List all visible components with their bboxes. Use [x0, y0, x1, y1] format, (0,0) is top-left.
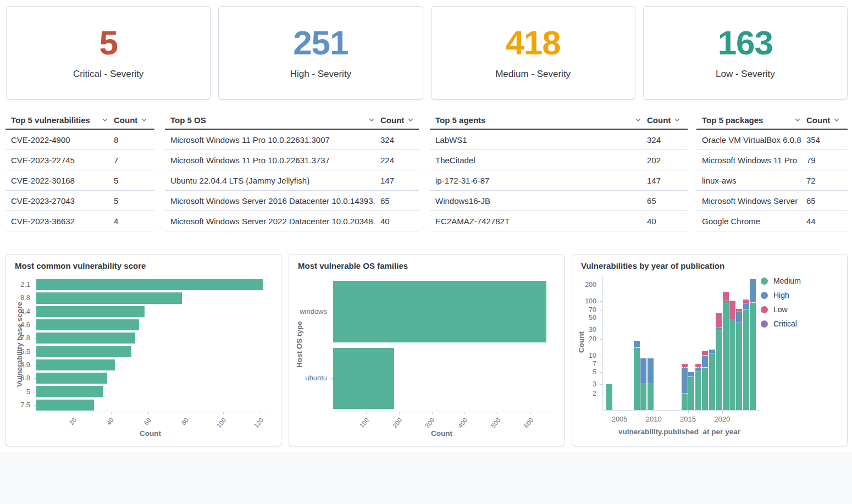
- legend-item-low[interactable]: Low: [761, 305, 788, 314]
- bar-segment-low-2022[interactable]: [736, 309, 742, 312]
- bar-2.1[interactable]: [36, 279, 263, 290]
- bar-windows[interactable]: [333, 281, 546, 342]
- bar-segment-high-2021[interactable]: [729, 319, 735, 320]
- bar-segment-high-2018[interactable]: [709, 350, 715, 353]
- column-header-count[interactable]: Count: [114, 115, 154, 125]
- legend-item-medium[interactable]: Medium: [761, 276, 801, 285]
- bar-4.9[interactable]: [36, 359, 115, 370]
- bar-segment-low-2019[interactable]: [716, 313, 722, 328]
- bar-segment-high-2019[interactable]: [716, 328, 722, 330]
- table-row[interactable]: Oracle VM VirtualBox 6.0.8354: [696, 130, 848, 150]
- column-header-top-5-os[interactable]: Top 5 OS: [165, 115, 380, 125]
- sort-chevron-down-icon[interactable]: [674, 117, 681, 123]
- legend-item-critical[interactable]: Critical: [761, 319, 797, 328]
- y-axis-tick: [34, 325, 36, 325]
- bar-segment-high-2023[interactable]: [743, 303, 749, 309]
- table-row[interactable]: EC2AMAZ-742782T40: [430, 211, 688, 231]
- bar-4.4[interactable]: [36, 306, 145, 317]
- bar-segment-high-2009[interactable]: [648, 358, 654, 384]
- bar-segment-medium-2019[interactable]: [716, 330, 722, 410]
- table-row[interactable]: ip-172-31-6-87147: [430, 170, 688, 191]
- sort-chevron-down-icon[interactable]: [102, 117, 108, 123]
- row-name-cell: linux-aws: [696, 176, 806, 185]
- bar-segment-high-2014[interactable]: [682, 368, 688, 394]
- bar-segment-low-2020[interactable]: [723, 292, 729, 301]
- bar-segment-low-2017[interactable]: [702, 351, 708, 356]
- column-header-top-5-packages[interactable]: Top 5 packages: [696, 115, 806, 125]
- bar-segment-high-2024[interactable]: [750, 279, 756, 303]
- sort-chevron-down-icon[interactable]: [141, 117, 147, 123]
- bar-segment-medium-2024[interactable]: [750, 303, 756, 410]
- table-row[interactable]: CVE-2023-366324: [5, 211, 154, 231]
- table-row[interactable]: Microsoft Windows Server 2016 Datacenter…: [165, 191, 419, 211]
- bar-4.6[interactable]: [36, 319, 139, 330]
- bar-segment-medium-2003[interactable]: [606, 384, 612, 410]
- bar-segment-low-2016[interactable]: [695, 364, 701, 368]
- bar-7.8[interactable]: [36, 333, 135, 344]
- sort-chevron-down-icon[interactable]: [833, 117, 840, 123]
- bar-segment-medium-2023[interactable]: [743, 309, 749, 410]
- table-row[interactable]: CVE-2023-227457: [5, 150, 154, 170]
- table-row[interactable]: CVE-2022-49008: [5, 130, 154, 150]
- table-row[interactable]: CVE-2023-270435: [5, 191, 154, 211]
- y-axis-tick: [34, 378, 36, 379]
- critical-severity-count: 5: [99, 26, 117, 60]
- y-axis-tick: [600, 394, 602, 394]
- bar-5[interactable]: [36, 386, 103, 397]
- table-row[interactable]: Google Chrome44: [696, 211, 848, 231]
- table-row[interactable]: Microsoft Windows 11 Pro 10.0.22631.3007…: [165, 130, 419, 150]
- table-row[interactable]: LabWS1324: [430, 130, 688, 150]
- bar-segment-medium-2014[interactable]: [682, 394, 688, 410]
- bar-segment-medium-2021[interactable]: [729, 320, 735, 411]
- bar-segment-low-2014[interactable]: [682, 364, 688, 368]
- bar-7.5[interactable]: [36, 400, 94, 411]
- bar-5.5[interactable]: [36, 346, 131, 357]
- table-row[interactable]: TheCitadel202: [430, 150, 688, 170]
- column-header-top-5-vulnerabilities[interactable]: Top 5 vulnerabilities: [5, 115, 114, 125]
- column-header-count[interactable]: Count: [806, 115, 848, 125]
- column-header-top-5-agents[interactable]: Top 5 agents: [430, 115, 647, 125]
- bar-segment-high-2022[interactable]: [736, 312, 742, 323]
- y-tick-label: 20: [589, 335, 596, 343]
- chart-title: Vulnerabilities by year of publication: [581, 261, 724, 270]
- bar-segment-high-2016[interactable]: [695, 368, 701, 372]
- bar-segment-medium-2008[interactable]: [640, 384, 646, 410]
- sort-chevron-down-icon[interactable]: [635, 117, 641, 123]
- legend-item-high[interactable]: High: [761, 291, 789, 300]
- bar-segment-high-2015[interactable]: [688, 372, 694, 378]
- y-axis-tick: [34, 285, 36, 285]
- sort-chevron-down-icon[interactable]: [407, 117, 414, 123]
- table-row[interactable]: CVE-2022-301685: [5, 170, 154, 191]
- table-row[interactable]: Ubuntu 22.04.4 LTS (Jammy Jellyfish)147: [165, 170, 419, 191]
- bar-segment-medium-2017[interactable]: [702, 368, 708, 410]
- table-row[interactable]: Microsoft Windows 11 Pro79: [696, 150, 848, 170]
- x-axis-title: Count: [140, 429, 161, 437]
- bar-segment-medium-2020[interactable]: [723, 302, 729, 411]
- bar-segment-high-2008[interactable]: [640, 358, 646, 384]
- column-header-count[interactable]: Count: [380, 115, 419, 125]
- table-row[interactable]: Windows16-JB65: [430, 191, 688, 211]
- bar-6.8[interactable]: [36, 373, 107, 384]
- bar-ubuntu[interactable]: [333, 348, 394, 409]
- table-row[interactable]: linux-aws72: [696, 170, 848, 191]
- bar-8.8[interactable]: [36, 292, 182, 303]
- bar-segment-medium-2009[interactable]: [648, 384, 654, 410]
- table-row[interactable]: Microsoft Windows 11 Pro 10.0.22631.3737…: [165, 150, 419, 170]
- bar-segment-medium-2007[interactable]: [634, 348, 640, 410]
- bar-segment-high-2007[interactable]: [634, 341, 640, 348]
- column-header-count[interactable]: Count: [647, 115, 688, 125]
- sort-chevron-down-icon[interactable]: [794, 117, 801, 123]
- bar-segment-medium-2018[interactable]: [709, 353, 715, 410]
- sort-chevron-down-icon[interactable]: [368, 117, 375, 123]
- bar-segment-medium-2015[interactable]: [688, 377, 694, 410]
- bar-segment-low-2021[interactable]: [729, 301, 735, 319]
- bar-segment-high-2017[interactable]: [702, 356, 708, 368]
- bar-segment-low-2023[interactable]: [743, 300, 749, 303]
- bar-segment-medium-2016[interactable]: [695, 372, 701, 410]
- table-row[interactable]: Microsoft Windows Server65: [696, 191, 848, 211]
- row-count-cell: 79: [806, 156, 848, 165]
- x-axis-line: [36, 412, 269, 412]
- table-row[interactable]: Microsoft Windows Server 2022 Datacenter…: [165, 211, 419, 231]
- bar-segment-high-2020[interactable]: [723, 301, 729, 302]
- bar-segment-medium-2022[interactable]: [736, 323, 742, 410]
